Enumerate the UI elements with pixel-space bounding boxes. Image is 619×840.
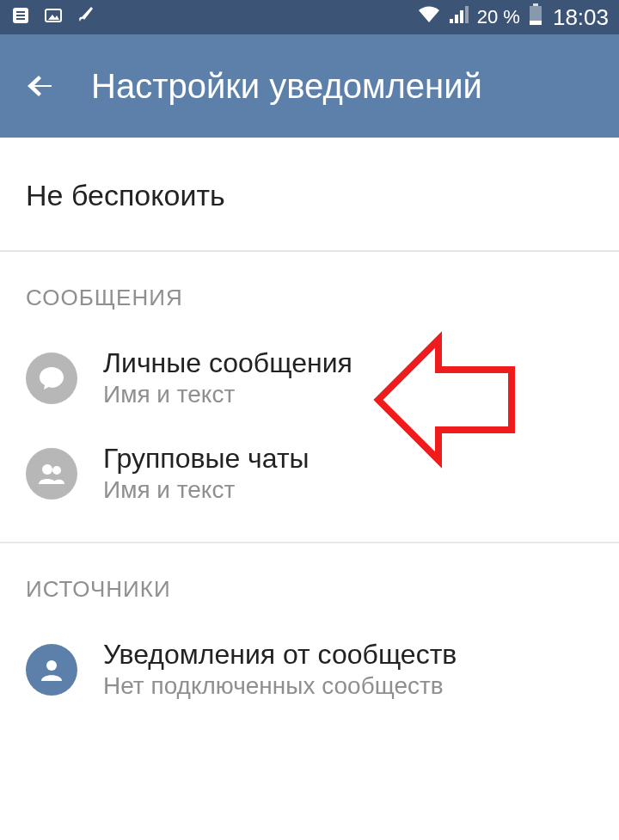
svg-rect-3 [16,18,25,20]
clock-time: 18:03 [553,4,609,31]
item-subtitle: Имя и текст [103,381,352,408]
svg-rect-7 [455,15,458,23]
section-messages: СООБЩЕНИЯ Личные сообщения Имя и текст Г… [0,252,619,543]
image-icon [43,5,64,29]
svg-rect-2 [16,15,25,16]
svg-rect-8 [460,10,463,23]
battery-percent: 20 % [477,6,520,28]
svg-point-13 [42,464,52,475]
svg-rect-9 [465,6,469,23]
section-header-messages: СООБЩЕНИЯ [0,252,619,330]
item-title: Групповые чаты [103,443,310,475]
svg-rect-6 [450,19,453,23]
brush-icon [76,5,96,29]
chat-bubble-icon [26,353,77,404]
wifi-icon [417,5,441,29]
battery-icon [529,3,542,31]
svg-rect-1 [16,11,25,13]
doc-icon [10,5,31,29]
section-header-sources: ИСТОЧНИКИ [0,543,619,622]
svg-rect-12 [530,21,542,25]
person-icon [26,644,77,696]
svg-point-15 [46,660,57,671]
status-bar: 20 % 18:03 [0,0,619,34]
item-subtitle: Нет подключенных сообществ [103,672,457,700]
svg-marker-5 [48,15,59,20]
group-chats-row[interactable]: Групповые чаты Имя и текст [0,426,619,521]
section-dnd: Не беспокоить [0,138,619,252]
item-title: Уведомления от сообществ [103,639,457,671]
dnd-label: Не беспокоить [26,179,225,212]
community-notifications-row[interactable]: Уведомления от сообществ Нет подключенны… [0,622,619,717]
app-bar: Настройки уведомлений [0,34,619,138]
signal-icon [448,5,469,29]
do-not-disturb-row[interactable]: Не беспокоить [0,138,619,250]
page-title: Настройки уведомлений [91,67,482,106]
private-messages-row[interactable]: Личные сообщения Имя и текст [0,330,619,426]
item-title: Личные сообщения [103,347,352,379]
section-sources: ИСТОЧНИКИ Уведомления от сообществ Нет п… [0,543,619,717]
group-icon [26,448,77,500]
svg-rect-10 [533,3,538,6]
item-subtitle: Имя и текст [103,476,310,504]
svg-point-14 [52,466,61,475]
back-arrow-icon[interactable] [26,71,57,101]
